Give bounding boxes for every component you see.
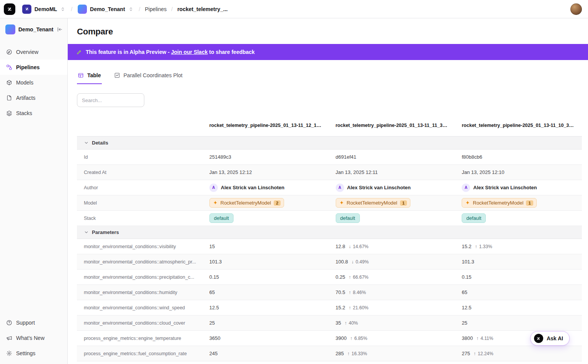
chevron-down-icon xyxy=(84,230,89,235)
param-value: 12.5 xyxy=(462,305,471,310)
model-version-count: 1 xyxy=(400,200,407,206)
table-row: monitor_environmental_conditions::visibi… xyxy=(77,239,582,254)
author-name: Alex Strick van Linschoten xyxy=(347,185,411,190)
sidebar-item-label: What's New xyxy=(16,335,44,341)
sidebar-item-overview[interactable]: Overview xyxy=(0,44,67,60)
arrow-up-icon: ↑ xyxy=(349,305,351,310)
param-value: 0.15 xyxy=(462,274,471,280)
breadcrumb-separator: / xyxy=(139,6,140,12)
stack-badge[interactable]: default xyxy=(336,213,360,223)
delta-percent: 40% xyxy=(349,320,358,326)
model-badge[interactable]: RocketTelemetryModel1 xyxy=(336,198,410,208)
compare-table-body: DetailsId251489c3d691ef41f80b8cb6Created… xyxy=(77,136,582,361)
param-value: 3800 xyxy=(462,335,473,341)
table-row: Stackdefaultdefaultdefault xyxy=(77,211,582,226)
sidebar: Demo_Tenant OverviewPipelinesModelsArtif… xyxy=(0,18,68,364)
slack-link[interactable]: Join our Slack xyxy=(171,49,208,55)
row-value: 35↑40% xyxy=(330,318,456,328)
row-value: 25 xyxy=(456,318,582,328)
tenant-selector[interactable]: Demo_Tenant xyxy=(77,3,134,15)
sidebar-header: Demo_Tenant xyxy=(0,18,67,41)
models-icon xyxy=(6,80,12,86)
sidebar-item-label: Settings xyxy=(16,350,36,356)
page-title: Compare xyxy=(77,27,579,37)
column-header-run-name[interactable]: rocket_telemetry_pipeline-2025_01_13-11_… xyxy=(203,115,330,136)
arrow-up-icon: ↑ xyxy=(476,336,479,341)
column-header-run-name[interactable]: rocket_telemetry_pipeline-2025_01_13-11_… xyxy=(456,115,582,136)
sidebar-item-settings[interactable]: Settings xyxy=(0,346,67,361)
table-icon xyxy=(78,72,84,78)
section-header[interactable]: Parameters xyxy=(77,226,582,239)
row-value: 12.8↓14.67% xyxy=(330,241,456,252)
sidebar-item-models[interactable]: Models xyxy=(0,75,67,90)
tab-parallel[interactable]: Parallel Coordinates Plot xyxy=(113,69,183,84)
row-value: 100.8↓0.49% xyxy=(330,257,456,267)
sidebar-item-whatsnew[interactable]: What's New xyxy=(0,330,67,346)
sidebar-item-label: Artifacts xyxy=(16,95,36,101)
chevrons-up-down-icon xyxy=(128,6,134,12)
model-name: RocketTelemetryModel xyxy=(473,200,523,206)
row-value: AAlex Strick van Linschoten xyxy=(203,181,330,194)
author-name: Alex Strick van Linschoten xyxy=(473,185,537,190)
row-label: monitor_environmental_conditions::humidi… xyxy=(77,288,203,297)
sidebar-item-label: Pipelines xyxy=(16,64,39,70)
stacks-icon xyxy=(6,110,12,116)
row-value: 251489c3 xyxy=(203,152,330,162)
tab-label: Parallel Coordinates Plot xyxy=(124,72,183,78)
stack-badge[interactable]: default xyxy=(209,213,234,223)
banner-text: This feature is in Alpha Preview - Join … xyxy=(86,49,255,55)
ask-ai-button[interactable]: Ask AI xyxy=(530,331,570,346)
sidebar-item-pipelines[interactable]: Pipelines xyxy=(0,60,67,75)
delta-change: ↑8.46% xyxy=(349,290,366,295)
row-label: monitor_environmental_conditions::atmosp… xyxy=(77,257,203,267)
model-badge[interactable]: RocketTelemetryModel1 xyxy=(462,198,536,208)
breadcrumb-pipelines[interactable]: Pipelines xyxy=(145,6,167,12)
zenml-logo[interactable] xyxy=(4,3,15,15)
arrow-down-icon: ↓ xyxy=(351,259,354,265)
sidebar-footer: SupportWhat's NewSettings xyxy=(0,315,67,364)
sidebar-nav: OverviewPipelinesModelsArtifactsStacks xyxy=(0,41,67,121)
param-value: 285 xyxy=(336,351,344,356)
table-row: AuthorAAlex Strick van LinschotenAAlex S… xyxy=(77,180,582,195)
stack-badge[interactable]: default xyxy=(462,213,486,223)
param-value: 3650 xyxy=(209,335,220,341)
model-badge[interactable]: RocketTelemetryModel2 xyxy=(209,198,284,208)
param-value: 65 xyxy=(462,289,467,295)
row-value: 245 xyxy=(203,348,330,359)
row-value: 0.15 xyxy=(203,272,330,282)
row-value: default xyxy=(456,211,582,225)
author-avatar: A xyxy=(462,184,470,192)
org-selector[interactable]: DemoML xyxy=(21,3,66,15)
table-row: Created AtJan 13, 2025 12:12Jan 13, 2025… xyxy=(77,165,582,180)
search-input[interactable] xyxy=(77,93,144,107)
row-value: default xyxy=(330,211,456,225)
column-header-run-name[interactable]: rocket_telemetry_pipeline-2025_01_13-11_… xyxy=(330,115,456,136)
delta-change: ↑40% xyxy=(345,320,358,326)
arrow-up-icon: ↑ xyxy=(349,275,351,280)
chevron-down-icon xyxy=(84,140,89,145)
sidebar-collapse-icon[interactable] xyxy=(57,26,63,32)
delta-percent: 21.60% xyxy=(353,305,369,310)
sidebar-item-label: Support xyxy=(16,320,35,326)
tab-table[interactable]: Table xyxy=(77,69,102,84)
model-version-count: 1 xyxy=(526,200,533,206)
row-label: Model xyxy=(77,198,203,208)
section-header[interactable]: Details xyxy=(77,136,582,150)
row-value: RocketTelemetryModel2 xyxy=(203,196,330,210)
row-value: 101.3 xyxy=(456,257,582,267)
row-value: 3650 xyxy=(203,333,330,343)
param-value: 12.8 xyxy=(336,244,345,249)
row-value: 15.2↑21.60% xyxy=(330,302,456,313)
sidebar-item-artifacts[interactable]: Artifacts xyxy=(0,90,67,106)
user-avatar[interactable] xyxy=(570,3,582,15)
table-row: Id251489c3d691ef41f80b8cb6 xyxy=(77,150,582,165)
sidebar-item-support[interactable]: Support xyxy=(0,315,67,330)
row-value: 70.5↑8.46% xyxy=(330,287,456,297)
sidebar-item-stacks[interactable]: Stacks xyxy=(0,106,67,121)
chevrons-up-down-icon xyxy=(60,6,65,12)
whatsnew-icon xyxy=(6,335,12,341)
row-label: Id xyxy=(77,152,203,162)
column-header-empty xyxy=(77,115,203,136)
row-value: 65 xyxy=(203,287,330,297)
delta-change: ↑12.24% xyxy=(474,351,493,356)
